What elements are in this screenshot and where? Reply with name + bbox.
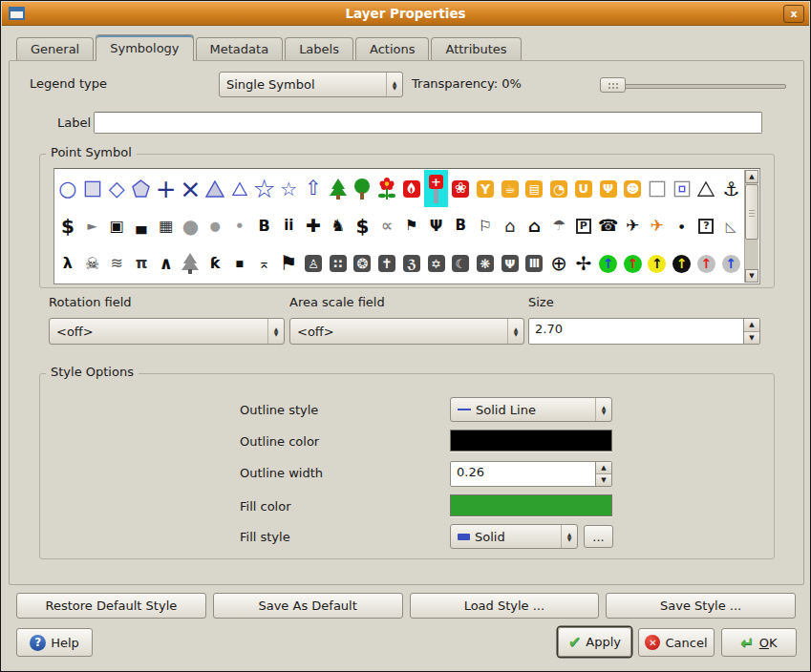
- symbol-square[interactable]: [80, 170, 105, 207]
- outline-color-button[interactable]: [450, 430, 612, 452]
- symbol-diamond[interactable]: ◇: [104, 170, 129, 207]
- symbol-dollar[interactable]: $: [55, 207, 80, 244]
- symbol-pedestrians[interactable]: ii: [276, 207, 301, 244]
- symbol-arrow-green-blue[interactable]: ↑: [596, 245, 621, 283]
- save-as-default-button[interactable]: Save As Default: [213, 593, 403, 619]
- symbol-satellite-dish[interactable]: ◺: [718, 207, 743, 244]
- symbol-crescent[interactable]: ☾: [448, 245, 473, 283]
- fill-style-more-button[interactable]: ...: [584, 525, 613, 548]
- symbol-north-arrow[interactable]: ✢: [571, 245, 596, 283]
- symbol-restaurant-black[interactable]: Ψ: [424, 207, 449, 244]
- symbol-arrow-up[interactable]: ⇧: [301, 170, 326, 207]
- symbol-list-scrollbar[interactable]: ▲ ▼: [744, 170, 758, 283]
- symbol-triangle-outline[interactable]: [694, 170, 719, 207]
- symbol-fire[interactable]: [399, 170, 424, 207]
- tab-symbology[interactable]: Symbology: [96, 34, 193, 61]
- symbol-flag-pin[interactable]: ⚑: [399, 207, 424, 244]
- symbol-square-in-square[interactable]: [670, 170, 694, 207]
- spin-down-icon[interactable]: ▼: [744, 332, 759, 345]
- symbol-tv[interactable]: ⌅: [252, 245, 277, 283]
- symbol-square-small[interactable]: ■: [227, 245, 252, 283]
- spin-up-icon[interactable]: ▲: [744, 319, 759, 332]
- transparency-slider[interactable]: [600, 76, 786, 95]
- symbol-pentagon[interactable]: [129, 170, 154, 207]
- symbol-arrow-gray-blue[interactable]: ↑: [718, 245, 743, 283]
- symbol-dharma-wheel[interactable]: ❂: [351, 245, 375, 283]
- symbol-flower-badge[interactable]: ❀: [448, 170, 473, 207]
- fill-style-select[interactable]: Solid ▲▼: [450, 524, 578, 549]
- symbol-flag-banner[interactable]: ⚑: [276, 245, 301, 283]
- scrollbar-thumb[interactable]: [745, 184, 758, 240]
- symbol-circle-medium[interactable]: ●: [203, 207, 227, 244]
- symbol-community[interactable]: ❋: [473, 245, 498, 283]
- load-style-button[interactable]: Load Style ...: [410, 593, 600, 619]
- symbol-skier[interactable]: λ: [55, 245, 80, 283]
- symbol-airfield[interactable]: ✈: [645, 207, 670, 244]
- symbol-picnic-table[interactable]: π: [129, 245, 154, 283]
- symbol-first-aid[interactable]: ✚: [301, 207, 326, 244]
- scroll-up-icon[interactable]: ▲: [745, 170, 758, 183]
- title-bar[interactable]: Layer Properties x: [2, 2, 809, 26]
- symbol-tent[interactable]: ∧: [154, 245, 179, 283]
- symbol-fish[interactable]: ∝: [374, 207, 399, 244]
- help-button[interactable]: ? Help: [16, 628, 93, 657]
- symbol-compass[interactable]: ⊕: [546, 245, 571, 283]
- symbol-star[interactable]: ☆: [276, 170, 301, 207]
- symbol-hiker[interactable]: ƙ: [203, 245, 227, 283]
- size-spinbox[interactable]: 2.70 ▲▼: [528, 318, 760, 345]
- symbol-arrow-green-red[interactable]: ↑: [620, 245, 645, 283]
- symbol-beer[interactable]: U: [571, 170, 596, 207]
- cancel-button[interactable]: ✕ Cancel: [638, 628, 715, 657]
- symbol-unknown[interactable]: ?: [694, 207, 719, 244]
- scroll-down-icon[interactable]: ▼: [745, 269, 758, 283]
- symbol-cinema[interactable]: ▤: [523, 170, 547, 207]
- rotation-field-select[interactable]: <off> ▲▼: [49, 318, 285, 345]
- symbol-swimmer[interactable]: ≋: [104, 245, 129, 283]
- symbol-triangle[interactable]: [227, 170, 252, 207]
- symbol-entertainment[interactable]: ☻: [620, 170, 645, 207]
- spin-down-icon[interactable]: ▼: [596, 474, 611, 486]
- symbol-danger-skull[interactable]: ☠: [80, 245, 105, 283]
- symbol-deer[interactable]: ♞: [326, 207, 351, 244]
- symbol-airport[interactable]: ✈: [620, 207, 645, 244]
- symbol-bank[interactable]: $: [351, 207, 375, 244]
- tab-labels[interactable]: Labels: [285, 37, 353, 61]
- symbol-khanda[interactable]: Ψ: [498, 245, 523, 283]
- symbol-circle-small[interactable]: ●: [227, 207, 252, 244]
- symbol-symbols[interactable]: ∷: [326, 245, 351, 283]
- symbol-deciduous-tree[interactable]: [351, 170, 375, 207]
- fill-color-button[interactable]: [450, 494, 612, 516]
- symbol-flower[interactable]: [374, 170, 399, 207]
- symbol-om[interactable]: ℨ: [399, 245, 424, 283]
- symbol-camera[interactable]: ▣: [104, 207, 129, 244]
- symbol-museum[interactable]: Ⅲ: [523, 245, 547, 283]
- label-input[interactable]: [94, 112, 762, 134]
- symbol-christian-cross[interactable]: ✝: [374, 245, 399, 283]
- save-style-button[interactable]: Save Style ...: [606, 593, 796, 619]
- area-scale-field-select[interactable]: <off> ▲▼: [289, 318, 524, 345]
- symbol-circle[interactable]: ○: [55, 170, 80, 207]
- outline-style-select[interactable]: Solid Line ▲▼: [450, 397, 612, 422]
- symbol-triangle-filled[interactable]: [203, 170, 227, 207]
- outline-width-spinbox[interactable]: 0.26 ▲▼: [450, 461, 612, 487]
- symbol-arrow-black-yellow[interactable]: ↑: [670, 245, 694, 283]
- symbol-house-outline[interactable]: ⌂: [498, 207, 523, 244]
- close-icon[interactable]: x: [783, 5, 804, 23]
- symbol-white-square[interactable]: [645, 170, 670, 207]
- symbol-house[interactable]: ⌂: [523, 207, 547, 244]
- symbol-knife[interactable]: ►: [80, 207, 105, 244]
- symbol-dot[interactable]: ●: [670, 207, 694, 244]
- symbol-pizzeria[interactable]: ◔: [546, 170, 571, 207]
- symbol-pine-tree[interactable]: [326, 170, 351, 207]
- symbol-balloon[interactable]: ☂: [546, 207, 571, 244]
- apply-button[interactable]: ✔ Apply: [558, 627, 631, 657]
- symbol-golf[interactable]: ⚐: [473, 207, 498, 244]
- symbol-arrow-gray-red[interactable]: ↑: [694, 245, 719, 283]
- symbol-car[interactable]: ▄: [129, 207, 154, 244]
- restore-default-style-button[interactable]: Restore Default Style: [16, 593, 206, 619]
- ok-button[interactable]: ↵ OK: [721, 628, 797, 657]
- slider-handle[interactable]: [600, 77, 626, 93]
- symbol-anchor[interactable]: ⚓: [718, 170, 743, 207]
- symbol-parking[interactable]: P: [571, 207, 596, 244]
- tab-general[interactable]: General: [16, 37, 94, 61]
